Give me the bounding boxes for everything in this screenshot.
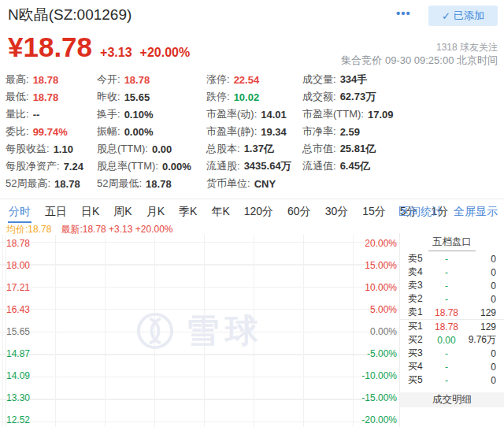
order-level-price: 18.78 <box>433 307 460 318</box>
percent-axis-tick: -10.00% <box>361 370 397 381</box>
stat-value: 19.34 <box>261 126 287 138</box>
stat-label: 52周最高: <box>6 176 50 191</box>
order-level-price: - <box>433 254 460 265</box>
price-axis-tick: 12.52 <box>6 414 30 425</box>
order-level-label: 卖3 <box>400 279 433 292</box>
stat-value: 0.00% <box>124 126 154 138</box>
stat-label: 总股本: <box>206 142 240 156</box>
price-axis-tick: 16.43 <box>6 304 30 315</box>
chart-period-tab[interactable]: 月K <box>146 199 165 223</box>
percent-axis-tick: 0.00% <box>370 326 397 337</box>
stat-item: 市盈率(动):14.01 <box>206 106 291 123</box>
stat-label: 每股净资产: <box>6 159 60 173</box>
order-level-volume: 129 <box>460 321 504 332</box>
order-book-row: 卖5-0 <box>400 252 504 265</box>
stat-label: 最高: <box>6 72 29 87</box>
stat-value: 18.78 <box>33 91 59 103</box>
stat-item: 昨收:15.65 <box>97 88 191 106</box>
price-axis: 18.7818.0017.2116.4315.6514.8714.0913.30… <box>6 238 30 425</box>
stat-label: 昨收: <box>97 90 120 104</box>
order-level-label: 买4 <box>400 360 433 373</box>
stat-label: 总市值: <box>302 142 336 156</box>
chart-period-tab[interactable]: 五日 <box>44 199 68 223</box>
stat-item: 流通股:3435.64万 <box>206 158 291 175</box>
percent-axis-tick: 5.00% <box>370 304 397 315</box>
price-axis-tick: 17.21 <box>6 282 30 293</box>
chart-period-tab[interactable]: 周K <box>113 199 132 223</box>
stat-item: 市净率:2.59 <box>302 123 394 140</box>
stat-label: 成交额: <box>302 90 336 104</box>
percent-axis-tick: 15.00% <box>365 260 397 271</box>
stat-item: 总市值:25.81亿 <box>302 140 394 158</box>
chart-period-tab[interactable]: 30分 <box>324 199 350 223</box>
order-level-volume: 9.76万 <box>460 333 504 347</box>
stat-item: 市盈率(TTM):17.09 <box>302 106 394 123</box>
stat-item: 股息(TTM):0.00 <box>97 140 191 158</box>
chart-period-tab[interactable]: 年K <box>210 199 230 223</box>
stat-value: 62.73万 <box>340 90 376 104</box>
order-level-price: - <box>433 348 460 359</box>
stat-label: 量比: <box>6 107 29 121</box>
stat-value: 0.00% <box>162 161 191 173</box>
order-level-volume: 0 <box>460 375 504 386</box>
price-axis-tick: 14.87 <box>6 348 30 359</box>
stat-item: 换手:0.10% <box>97 106 191 123</box>
chart-period-tab[interactable]: 60分 <box>287 199 312 223</box>
stat-label: 市盈率(静): <box>206 124 257 139</box>
stat-value: 0.00 <box>152 143 172 155</box>
more-menu-icon[interactable]: ••• <box>396 6 411 20</box>
stat-label: 股息(TTM): <box>97 142 148 156</box>
stat-item: 最高:18.78 <box>6 71 83 88</box>
chart-period-tab[interactable]: 15分 <box>361 199 387 223</box>
stat-item: 52周最低:18.78 <box>97 175 191 192</box>
stat-value: 18.78 <box>54 178 80 190</box>
stat-label: 最低: <box>6 90 29 104</box>
trade-detail-toggle[interactable]: 成交明细 <box>400 392 504 407</box>
chart-period-tab[interactable]: 分时 <box>8 199 32 223</box>
order-level-volume: 0 <box>460 254 504 265</box>
range-statistics-link[interactable]: 区间统计 <box>398 205 443 219</box>
stats-column-2: 今开:18.78昨收:15.65换手:0.10%振幅:0.00%股息(TTM):… <box>97 71 191 192</box>
stat-label: 委比: <box>6 124 29 139</box>
stat-item: 量比:-- <box>6 106 83 123</box>
order-book-row: 买118.78129 <box>400 320 504 333</box>
watchlist-added-button[interactable]: ✓ 已添加 <box>428 6 498 26</box>
chart-period-tab[interactable]: 日K <box>80 199 100 223</box>
chart-period-tab[interactable]: 120分 <box>243 199 274 223</box>
stat-value: 18.78 <box>33 74 59 86</box>
chart-period-tab[interactable]: 季K <box>178 199 198 223</box>
order-level-label: 卖4 <box>400 265 433 279</box>
stat-label: 成交量: <box>302 72 336 87</box>
stat-value: 22.54 <box>234 74 260 86</box>
check-icon: ✓ <box>442 10 450 22</box>
percent-axis-tick: -15.00% <box>361 392 397 403</box>
stat-value: 18.78 <box>146 178 172 190</box>
stat-item: 今开:18.78 <box>97 71 191 88</box>
fullscreen-link[interactable]: 全屏显示 <box>454 205 498 219</box>
order-book-title[interactable]: 五档盘口 <box>428 233 476 251</box>
stat-label: 52周最低: <box>97 176 142 191</box>
price-block: ¥18.78 +3.13 +20.00% <box>8 32 190 63</box>
order-level-price: 0.00 <box>433 335 460 346</box>
order-book-row: 卖4-0 <box>400 265 504 279</box>
order-level-price: - <box>433 280 460 291</box>
order-level-price: 18.78 <box>433 321 460 332</box>
stat-value: 25.81亿 <box>340 142 376 156</box>
order-book-row: 买4-0 <box>400 360 504 373</box>
stat-value: 17.09 <box>368 109 394 121</box>
stat-value: 2.59 <box>340 126 360 138</box>
stat-value: 99.74% <box>33 126 68 138</box>
percent-axis-tick: -20.00% <box>361 414 397 425</box>
stat-label: 流通值: <box>302 159 336 173</box>
percent-axis-tick: 10.00% <box>365 282 397 293</box>
order-level-volume: 0 <box>460 294 504 305</box>
stat-label: 流通股: <box>206 159 240 173</box>
stat-item: 流通值:6.45亿 <box>302 158 394 175</box>
intraday-chart-plot[interactable]: 18.7818.0017.2116.4315.6514.8714.0913.30… <box>0 235 400 427</box>
stat-label: 换手: <box>97 107 120 121</box>
price-axis-tick: 14.09 <box>6 370 30 381</box>
order-level-volume: 0 <box>460 267 504 278</box>
stat-item: 货币单位:CNY <box>206 175 291 192</box>
stat-value: -- <box>33 109 40 121</box>
stat-label: 跌停: <box>206 90 230 104</box>
